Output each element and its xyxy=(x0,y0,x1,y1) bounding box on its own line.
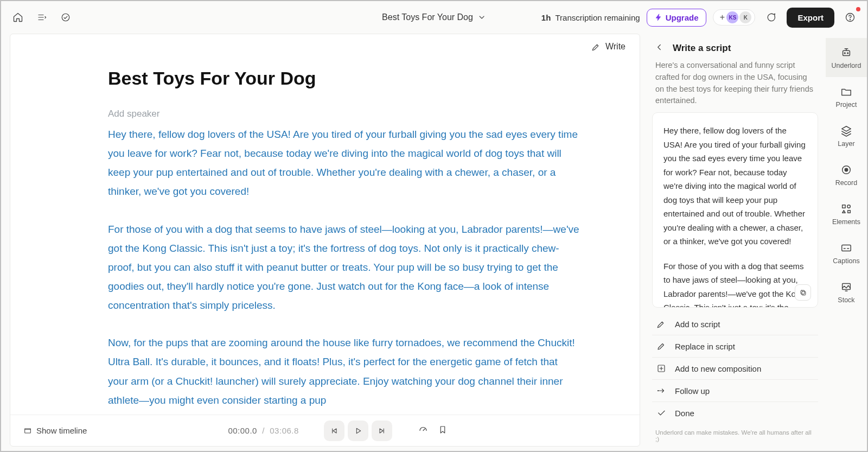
page-title[interactable]: Best Toys For Your Dog xyxy=(108,68,580,89)
check-circle-icon[interactable] xyxy=(56,8,75,27)
edit-icon xyxy=(656,341,666,351)
show-timeline-button[interactable]: Show timeline xyxy=(23,426,87,435)
avatar: K xyxy=(739,11,751,23)
add-to-script-button[interactable]: Add to script xyxy=(652,313,818,335)
svg-point-12 xyxy=(845,168,848,171)
transcript-paragraph[interactable]: For those of you with a dog that seems t… xyxy=(108,220,580,315)
follow-up-button[interactable]: Follow up xyxy=(652,379,818,402)
add-to-new-composition-button[interactable]: Add to new composition xyxy=(652,357,818,379)
svg-point-9 xyxy=(844,53,845,54)
svg-rect-5 xyxy=(801,290,805,294)
stock-icon xyxy=(840,281,852,293)
svg-point-0 xyxy=(62,14,69,21)
transcript-paragraph[interactable]: Hey there, fellow dog lovers of the USA!… xyxy=(108,125,580,201)
svg-point-10 xyxy=(847,53,848,54)
script-paragraph: For those of you with a dog that seems t… xyxy=(663,259,807,308)
transcription-remaining: 1h Transcription remaining xyxy=(541,13,640,22)
svg-rect-3 xyxy=(25,429,31,433)
add-speaker-button[interactable]: Add speaker xyxy=(108,109,580,119)
layers-icon xyxy=(840,125,852,137)
script-paragraph: Hey there, fellow dog lovers of the USA!… xyxy=(663,124,807,249)
svg-point-7 xyxy=(658,390,658,391)
write-button[interactable]: Write xyxy=(591,42,626,52)
document-title-dropdown[interactable]: Best Toys For Your Dog xyxy=(382,12,486,22)
rail-captions[interactable]: Captions xyxy=(826,233,867,272)
script-preview-card: Hey there, fellow dog lovers of the USA!… xyxy=(652,112,818,308)
check-icon xyxy=(656,408,666,418)
upgrade-button[interactable]: Upgrade xyxy=(647,9,707,27)
export-button[interactable]: Export xyxy=(787,8,834,28)
avatar: KS xyxy=(726,11,738,23)
svg-point-14 xyxy=(847,205,851,208)
timeline-icon xyxy=(23,426,32,435)
playback-time: 00:00.0 / 03:06.8 xyxy=(228,426,298,435)
captions-icon xyxy=(840,242,852,254)
help-icon[interactable] xyxy=(841,8,859,27)
done-button[interactable]: Done xyxy=(652,402,818,424)
collaborators[interactable]: + KS K xyxy=(713,9,755,26)
disclaimer-text: Underlord can make mistakes. We're all h… xyxy=(644,424,826,448)
rail-underlord[interactable]: Underlord xyxy=(826,38,867,77)
record-icon xyxy=(840,164,852,176)
menu-icon[interactable] xyxy=(33,8,51,27)
robot-icon xyxy=(840,47,852,59)
add-composition-icon xyxy=(656,364,666,373)
play-button[interactable] xyxy=(348,421,368,441)
arrow-right-icon xyxy=(656,386,666,396)
rail-project[interactable]: Project xyxy=(826,77,867,116)
document-title: Best Toys For Your Dog xyxy=(382,12,473,22)
speed-icon[interactable] xyxy=(418,425,428,437)
comments-icon[interactable] xyxy=(762,8,780,27)
add-collaborator-icon[interactable]: + xyxy=(717,12,727,23)
back-arrow-icon[interactable] xyxy=(654,42,664,54)
rail-layer[interactable]: Layer xyxy=(826,116,867,155)
pen-icon xyxy=(591,42,601,52)
svg-point-2 xyxy=(850,20,851,20)
inspector-title: Write a script xyxy=(673,43,731,54)
inspector-intro: Here's a conversational and funny script… xyxy=(644,60,826,112)
skip-forward-button[interactable] xyxy=(372,421,392,441)
rail-record[interactable]: Record xyxy=(826,155,867,194)
svg-rect-13 xyxy=(843,205,846,208)
pen-icon xyxy=(656,319,666,329)
svg-rect-8 xyxy=(843,50,850,55)
skip-back-button[interactable] xyxy=(324,421,344,441)
copy-script-button[interactable] xyxy=(795,284,811,301)
bookmark-icon[interactable] xyxy=(438,425,448,437)
folder-icon xyxy=(840,86,852,98)
chevron-down-icon xyxy=(477,13,486,22)
home-icon[interactable] xyxy=(9,8,27,27)
elements-icon xyxy=(840,203,852,215)
rail-stock[interactable]: Stock xyxy=(826,272,867,311)
notification-dot xyxy=(856,7,860,11)
svg-rect-15 xyxy=(842,245,851,251)
transcript-paragraph[interactable]: Now, for the pups that are zooming aroun… xyxy=(108,333,580,410)
svg-rect-4 xyxy=(802,291,806,295)
replace-in-script-button[interactable]: Replace in script xyxy=(652,335,818,357)
rail-elements[interactable]: Elements xyxy=(826,194,867,233)
